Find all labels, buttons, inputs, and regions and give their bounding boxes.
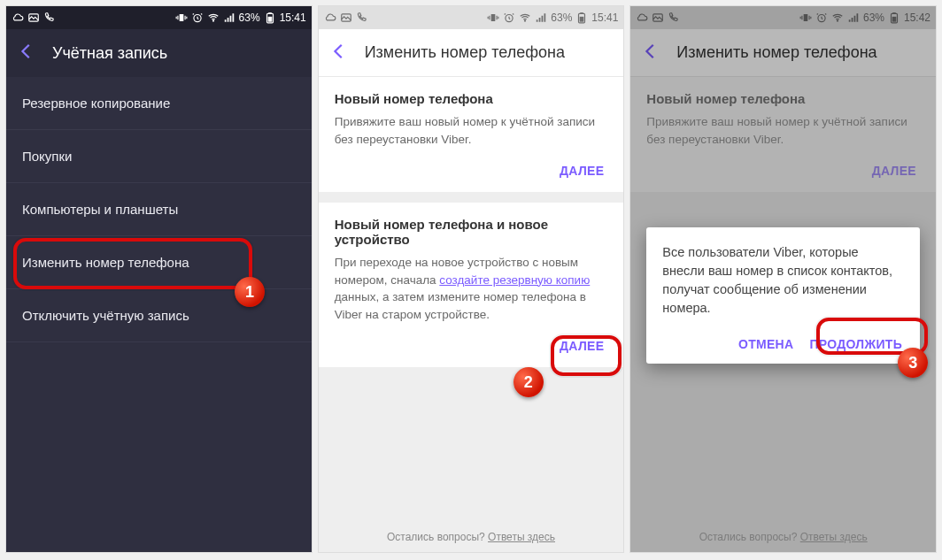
next-button-2[interactable]: ДАЛЕЕ: [556, 330, 607, 355]
card-new-number-device: Новый номер телефона и новое устройство …: [319, 203, 624, 367]
battery-icon: [575, 12, 588, 24]
alarm-icon: [503, 12, 515, 24]
viber-icon: [356, 12, 368, 24]
vibrate-icon: [487, 12, 499, 24]
item-label: Резервное копирование: [22, 96, 170, 111]
item-purchases[interactable]: Покупки: [6, 130, 312, 183]
item-label: Покупки: [22, 149, 72, 164]
confirm-dialog: Все пользователи Viber, которые внесли в…: [646, 227, 920, 364]
item-label: Компьютеры и планшеты: [22, 202, 178, 217]
viber-icon: [43, 12, 56, 24]
continue-button[interactable]: ПРОДОЛЖИТЬ: [809, 337, 902, 351]
card-text: При переходе на новое устройство с новым…: [335, 254, 608, 323]
item-change-number[interactable]: Изменить номер телефона: [6, 236, 312, 289]
picture-icon: [652, 12, 664, 24]
page-title: Учётная запись: [52, 44, 167, 63]
alarm-icon: [815, 12, 828, 24]
statusbar: 63% 15:41: [319, 6, 624, 29]
dialog-actions: ОТМЕНА ПРОДОЛЖИТЬ: [662, 332, 904, 357]
item-label: Отключить учётную запись: [22, 308, 189, 323]
badge-2: 2: [513, 367, 544, 397]
card-new-number: Новый номер телефона Привяжите ваш новый…: [319, 77, 624, 192]
faq-link[interactable]: Ответы здесь: [800, 531, 868, 543]
screen-2-change-number: 63% 15:41 Изменить номер телефона Новый …: [318, 5, 625, 553]
faq-link[interactable]: Ответы здесь: [488, 531, 555, 543]
item-deactivate[interactable]: Отключить учётную запись: [6, 289, 312, 342]
cancel-button[interactable]: ОТМЕНА: [738, 337, 793, 351]
status-right: 63% 15:41: [487, 12, 618, 24]
svg-rect-8: [491, 14, 496, 21]
signal-icon: [535, 12, 547, 24]
badge-1: 1: [235, 277, 265, 307]
appbar: Учётная запись: [6, 29, 312, 77]
page-title: Изменить номер телефона: [365, 43, 565, 62]
svg-rect-1: [179, 14, 183, 21]
clock-text: 15:41: [280, 12, 306, 24]
status-left: [324, 12, 368, 24]
card-text: Привяжите ваш новый номер к учётной запи…: [646, 113, 920, 148]
body: Новый номер телефона Привяжите ваш новый…: [319, 77, 624, 552]
item-label: Изменить номер телефона: [22, 255, 189, 270]
svg-rect-13: [580, 17, 584, 22]
battery-text: 63%: [551, 12, 572, 24]
statusbar: 63% 15:42: [630, 6, 936, 29]
cloud-icon: [636, 12, 648, 24]
vibrate-icon: [799, 12, 812, 24]
card-title: Новый номер телефона: [335, 91, 608, 106]
card-text: Привяжите ваш новый номер к учётной запи…: [335, 113, 608, 148]
card-title: Новый номер телефона: [646, 91, 920, 106]
status-left: [12, 12, 56, 24]
dialog-text: Все пользователи Viber, которые внесли в…: [662, 243, 904, 318]
appbar: Изменить номер телефона: [319, 29, 624, 77]
card-new-number: Новый номер телефона Привяжите ваш новый…: [630, 77, 936, 192]
status-right: 63% 15:42: [799, 12, 930, 24]
cloud-icon: [12, 12, 24, 24]
svg-point-17: [837, 20, 838, 21]
svg-rect-5: [268, 12, 272, 13]
appbar: Изменить номер телефона: [630, 29, 936, 77]
status-right: 63% 15:41: [175, 12, 306, 24]
signal-icon: [223, 12, 236, 24]
card-title: Новый номер телефона и новое устройство: [335, 217, 608, 247]
next-button-1[interactable]: ДАЛЕЕ: [556, 155, 607, 180]
wifi-icon: [831, 12, 844, 24]
vibrate-icon: [175, 12, 188, 24]
backup-link[interactable]: создайте резервную копию: [439, 273, 590, 287]
picture-icon: [340, 12, 352, 24]
footer-hint: Остались вопросы? Ответы здесь: [630, 531, 936, 543]
picture-icon: [27, 12, 40, 24]
clock-text: 15:42: [904, 12, 930, 24]
signal-icon: [847, 12, 860, 24]
svg-rect-15: [804, 14, 808, 21]
page-title: Изменить номер телефона: [676, 43, 876, 62]
screen-3-dialog: 63% 15:42 Изменить номер телефона Новый …: [629, 5, 937, 553]
viber-icon: [668, 12, 680, 24]
svg-point-3: [212, 20, 213, 21]
battery-text: 63%: [863, 12, 884, 24]
svg-rect-12: [581, 12, 584, 13]
battery-icon: [264, 12, 276, 24]
footer-hint: Остались вопросы? Ответы здесь: [319, 531, 624, 543]
statusbar: 63% 15:41: [6, 6, 312, 29]
item-backup[interactable]: Резервное копирование: [6, 77, 312, 130]
back-icon[interactable]: [329, 42, 349, 65]
screen-1-account: 63% 15:41 Учётная запись Резервное копир…: [5, 5, 313, 553]
battery-icon: [888, 12, 900, 24]
clock-text: 15:41: [591, 12, 618, 24]
svg-rect-19: [892, 12, 896, 13]
status-left: [636, 12, 680, 24]
svg-rect-6: [267, 17, 272, 22]
svg-rect-20: [892, 17, 897, 22]
back-icon[interactable]: [641, 42, 660, 65]
wifi-icon: [519, 12, 531, 24]
cloud-icon: [324, 12, 336, 24]
next-button-1[interactable]: ДАЛЕЕ: [869, 155, 920, 180]
svg-point-10: [525, 20, 526, 21]
wifi-icon: [207, 12, 220, 24]
battery-text: 63%: [239, 12, 260, 24]
settings-list: Резервное копирование Покупки Компьютеры…: [6, 77, 312, 552]
alarm-icon: [191, 12, 204, 24]
back-icon[interactable]: [17, 42, 36, 65]
item-computers[interactable]: Компьютеры и планшеты: [6, 183, 312, 236]
